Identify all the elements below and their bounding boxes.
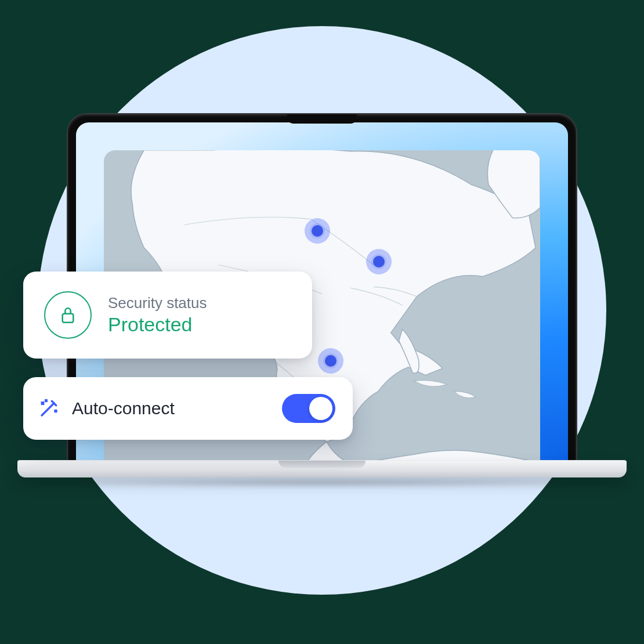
map-marker-us-east[interactable] xyxy=(366,249,392,274)
magic-wand-icon xyxy=(38,398,59,419)
auto-connect-label: Auto-connect xyxy=(72,399,269,418)
map-marker-mexico[interactable] xyxy=(318,348,343,374)
security-status-label: Security status xyxy=(108,294,207,312)
laptop-base xyxy=(17,460,627,477)
svg-rect-1 xyxy=(63,314,74,323)
laptop-shadow xyxy=(26,477,618,488)
toggle-knob xyxy=(309,397,332,420)
laptop-notch xyxy=(287,114,357,124)
auto-connect-card: Auto-connect xyxy=(23,377,353,440)
security-status-card: Security status Protected xyxy=(23,272,312,359)
lock-icon xyxy=(44,291,92,339)
security-status-value: Protected xyxy=(108,313,207,336)
map-marker-us-west[interactable] xyxy=(305,218,330,244)
auto-connect-toggle[interactable] xyxy=(282,394,335,423)
